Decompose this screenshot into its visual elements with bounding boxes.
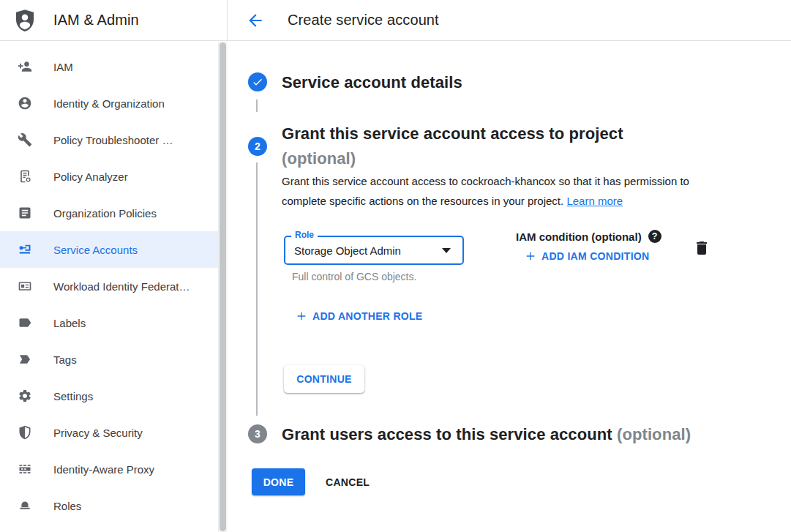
sidebar-item-service-accounts[interactable]: Service Accounts	[0, 231, 218, 268]
back-button[interactable]	[246, 11, 265, 30]
help-icon[interactable]: ?	[648, 230, 661, 243]
sidebar-item-tags[interactable]: Tags	[0, 341, 218, 378]
sidebar-item-label: Policy Troubleshooter …	[53, 134, 173, 146]
delete-role-button[interactable]	[693, 239, 711, 258]
trash-icon	[693, 239, 711, 258]
sidebar-item-labels[interactable]: Labels	[0, 304, 218, 341]
sidebar-item-label: Tags	[53, 353, 77, 366]
sidebar-item-label: IAM	[53, 61, 73, 73]
sidebar-item-privacy-security[interactable]: Privacy & Security	[0, 414, 218, 451]
role-helper-text: Full control of GCS objects.	[292, 271, 416, 282]
sidebar-item-label: Settings	[53, 390, 93, 402]
step2-title: Grant this service account access to pro…	[282, 121, 623, 171]
step1-check-circle	[248, 72, 267, 91]
done-button[interactable]: DONE	[252, 468, 305, 495]
sidebar-header: IAM & Admin	[0, 0, 228, 41]
sidebar-item-label: Organization Policies	[53, 207, 157, 220]
product-title: IAM & Admin	[53, 12, 139, 29]
sidebar-scrollbar-thumb[interactable]	[220, 42, 226, 531]
step3-number: 3	[255, 428, 260, 440]
iam-admin-shield-icon	[12, 7, 37, 34]
step3-optional-label: (optional)	[617, 425, 691, 443]
sidebar-item-label: Policy Analyzer	[53, 171, 128, 183]
stepper-connector	[256, 100, 258, 112]
role-field-label: Role	[291, 230, 318, 240]
sidebar-item-policy-troubleshooter[interactable]: Policy Troubleshooter …	[0, 121, 218, 158]
plus-icon	[525, 250, 536, 262]
sidebar-item-label: Identity-Aware Proxy	[53, 463, 154, 476]
stepper-connector	[256, 162, 258, 416]
bowler-hat-icon	[18, 498, 32, 513]
step3-circle: 3	[248, 424, 267, 443]
sidebar-item-workload-identity-federation[interactable]: Workload Identity Federat…	[0, 268, 218, 304]
step2-number: 2	[255, 141, 260, 152]
add-iam-condition-button[interactable]: ADD IAM CONDITION	[525, 250, 649, 262]
sidebar-item-label: Identity & Organization	[53, 97, 165, 110]
step3-title: Grant users access to this service accou…	[282, 422, 691, 447]
continue-button[interactable]: CONTINUE	[284, 365, 364, 393]
sidebar-item-label: Labels	[53, 317, 86, 329]
check-icon	[252, 76, 263, 88]
sidebar-item-label: Service Accounts	[53, 244, 138, 256]
proxy-frame-icon	[18, 462, 32, 476]
step1-title: Service account details	[282, 70, 462, 95]
add-another-role-button[interactable]: ADD ANOTHER ROLE	[296, 310, 423, 322]
step2-description: Grant this service account access to coc…	[282, 172, 716, 211]
step2-circle: 2	[248, 137, 267, 156]
sidebar-item-organization-policies[interactable]: Organization Policies	[0, 195, 218, 231]
sidebar-item-label: Roles	[53, 500, 81, 512]
wrench-icon	[18, 132, 32, 147]
sidebar-item-identity-organization[interactable]: Identity & Organization	[0, 85, 218, 121]
account-circle-icon	[18, 96, 32, 110]
sidebar-item-policy-analyzer[interactable]: Policy Analyzer	[0, 158, 218, 195]
gear-icon	[18, 389, 32, 403]
page-title: Create service account	[288, 12, 439, 29]
cancel-button[interactable]: CANCEL	[317, 468, 378, 495]
id-card-icon	[18, 279, 32, 293]
role-selected-value: Storage Object Admin	[294, 244, 401, 257]
label-icon	[18, 315, 32, 330]
sidebar-item-iam[interactable]: IAM	[0, 48, 218, 85]
shield-half-icon	[18, 425, 32, 440]
sidebar-item-label: Workload Identity Federat…	[53, 280, 190, 293]
plus-icon	[296, 310, 307, 322]
page-header: Create service account	[228, 0, 791, 41]
step2-optional-label: (optional)	[282, 149, 356, 168]
policy-analyzer-icon	[18, 169, 32, 184]
sidebar: IAM Identity & Organization Policy Troub…	[0, 0, 218, 532]
sidebar-item-label: Privacy & Security	[53, 427, 143, 439]
person-add-icon	[18, 59, 32, 74]
sidebar-item-settings[interactable]: Settings	[0, 378, 218, 414]
sidebar-item-roles[interactable]: Roles	[0, 487, 218, 524]
iam-condition-label: IAM condition (optional) ?	[516, 230, 661, 243]
article-icon	[18, 206, 32, 220]
tag-arrow-icon	[18, 352, 32, 367]
service-account-key-icon	[18, 242, 32, 257]
sidebar-item-identity-aware-proxy[interactable]: Identity-Aware Proxy	[0, 451, 218, 487]
role-select[interactable]: Storage Object Admin	[284, 236, 464, 265]
dropdown-caret-icon	[442, 248, 451, 253]
learn-more-link[interactable]: Learn more	[566, 195, 623, 207]
